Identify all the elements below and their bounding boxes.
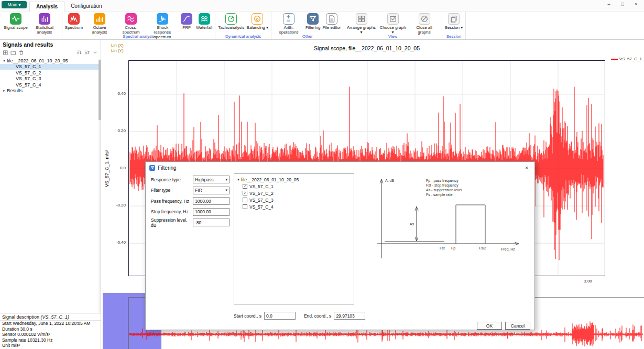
x-scale-mode: Lin (X) bbox=[111, 43, 124, 48]
tree-item-vs-57-c-2[interactable]: VS_57_C_2 bbox=[0, 70, 101, 76]
ok-button[interactable]: OK bbox=[477, 322, 502, 330]
expand-tree-icon[interactable] bbox=[77, 50, 82, 56]
ribbon-button-label: Statistical analysis bbox=[30, 26, 59, 35]
y-axis-tick: 0.20 bbox=[101, 128, 126, 133]
chevron-down-icon[interactable] bbox=[92, 50, 98, 56]
legend-series-label: VS_57_C_1 bbox=[619, 57, 642, 61]
ribbon: Signal scopeStatistical analysisSpectrum… bbox=[0, 12, 644, 40]
suppression-level-db-input[interactable]: -80 bbox=[193, 219, 230, 226]
ribbon-button-file-editor[interactable]: File editor bbox=[322, 13, 341, 31]
start-coord-label: Start coord., s bbox=[234, 313, 261, 319]
app-window: { "ui": {"select_caret": "▾", "dropdown_… bbox=[0, 0, 644, 349]
ribbon-button-signal-scope[interactable]: Signal scope bbox=[3, 13, 28, 31]
ribbon-button-octave-analysis[interactable]: Octave analysis bbox=[84, 13, 115, 36]
frf-icon bbox=[181, 13, 192, 25]
tree-caret-icon[interactable]: ▾ bbox=[2, 59, 7, 63]
response-type-select[interactable]: Highpass▾ bbox=[193, 176, 230, 183]
checkbox-vs-57-c-1[interactable]: ✓ bbox=[243, 184, 247, 189]
ribbon-button-label: Waterfall bbox=[196, 26, 212, 30]
form-row-filter-type: Filter typeFIR▾ bbox=[151, 187, 230, 194]
ribbon-button-tachoanalysis[interactable]: Tachoanalysis bbox=[217, 13, 245, 31]
ribbon-group-label-session: Session bbox=[442, 34, 466, 39]
channel-list-root[interactable]: ▾file__2022_06_01_10_20_05 bbox=[236, 176, 352, 183]
y-scale-mode: Lin (Y) bbox=[111, 48, 124, 53]
channel-item-vs-57-c-4[interactable]: VS_57_C_4 bbox=[236, 203, 352, 210]
tree-item-vs-57-c-3[interactable]: VS_57_C_3 bbox=[0, 76, 101, 82]
end-coord-input[interactable]: 29.97103 bbox=[334, 312, 365, 320]
octave-analysis-icon bbox=[94, 13, 105, 25]
filtering-dialog-icon bbox=[149, 165, 155, 171]
ribbon-button-label: Tachoanalysis bbox=[218, 26, 244, 30]
channel-item-label: VS_57_C_2 bbox=[249, 191, 274, 196]
dialog-titlebar[interactable]: Filtering × bbox=[146, 162, 534, 173]
tree-caret-icon[interactable]: ▸ bbox=[2, 89, 7, 93]
coordinate-range: Start coord., s 0.0 End. coord., s 29.97… bbox=[234, 312, 365, 320]
tree-item-file-2022-06-01-10-20-05[interactable]: ▾file__2022_06_01_10_20_05 bbox=[0, 58, 101, 64]
open-folder-icon[interactable] bbox=[10, 50, 16, 56]
ribbon-button-frf[interactable]: FRF bbox=[179, 13, 194, 31]
statistical-analysis-icon bbox=[39, 13, 50, 25]
diagram-legend-line: Fs - sample rate bbox=[426, 193, 453, 197]
ribbon-button-arith-operations[interactable]: Arith. operations bbox=[274, 13, 304, 36]
tab-configuration[interactable]: Configuration bbox=[64, 2, 108, 12]
checkbox-vs-57-c-4[interactable] bbox=[243, 204, 247, 209]
close-button[interactable]: × bbox=[629, 0, 643, 8]
ribbon-button-balancing[interactable]: Balancing ▾ bbox=[246, 13, 269, 31]
tree-caret-icon[interactable]: ▾ bbox=[236, 178, 241, 182]
ribbon-button-waterfall[interactable]: Waterfall bbox=[195, 13, 213, 31]
add-signal-icon[interactable] bbox=[3, 50, 8, 56]
ribbon-button-arrange-graphs[interactable]: Arrange graphs ▾ bbox=[346, 13, 377, 36]
maximize-button[interactable]: □ bbox=[616, 0, 629, 8]
arith-operations-icon bbox=[283, 13, 294, 25]
ribbon-group-view: Arrange graphs ▾Choose graph ▾Close all … bbox=[344, 12, 442, 39]
signal-description-line: Start Wednesday, June 1, 2022 10:20:05 A… bbox=[0, 321, 101, 326]
form-row-pass-frequency-hz: Pass frequency, Hz3000.00 bbox=[151, 197, 230, 205]
stop-frequency-hz-input[interactable]: 1000.00 bbox=[193, 208, 230, 216]
ribbon-button-statistical-analysis[interactable]: Statistical analysis bbox=[29, 13, 60, 36]
minimize-button[interactable]: – bbox=[602, 0, 616, 8]
filter-type-select[interactable]: FIR▾ bbox=[193, 187, 230, 194]
channel-item-vs-57-c-1[interactable]: ✓VS_57_C_1 bbox=[236, 183, 352, 190]
dialog-close-button[interactable]: × bbox=[519, 162, 534, 173]
tree-item-vs-57-c-1[interactable]: VS_57_C_1 bbox=[0, 64, 101, 70]
signal-description-line: Sensor 0.000102 V/m/s² bbox=[0, 332, 101, 337]
signals-toolbar bbox=[0, 48, 101, 57]
delete-icon[interactable] bbox=[18, 50, 24, 56]
cancel-button[interactable]: Cancel bbox=[505, 322, 530, 330]
signals-tree: ▾file__2022_06_01_10_20_05VS_57_C_1VS_57… bbox=[0, 58, 101, 94]
ribbon-group-main: Signal scopeStatistical analysis bbox=[1, 12, 62, 39]
ribbon-button-spectrum[interactable]: Spectrum bbox=[64, 13, 83, 31]
ribbon-button-label: FRF bbox=[182, 26, 191, 30]
file-editor-icon bbox=[326, 13, 337, 25]
ribbon-group-session: Session ▾Session bbox=[442, 12, 466, 39]
collapse-tree-icon[interactable] bbox=[84, 50, 90, 56]
channel-item-vs-57-c-2[interactable]: ✓VS_57_C_2 bbox=[236, 190, 352, 197]
form-row-suppression-level-db: Suppression level, dB-80 bbox=[151, 219, 230, 226]
tree-item-vs-57-c-4[interactable]: VS_57_C_4 bbox=[0, 82, 101, 88]
ribbon-button-close-all-graphs[interactable]: Close all graphs bbox=[409, 13, 440, 36]
ribbon-button-cross-spectrum[interactable]: Cross-spectrum bbox=[116, 13, 146, 36]
pass-frequency-hz-input[interactable]: 3000.00 bbox=[193, 197, 230, 205]
checkbox-vs-57-c-2[interactable]: ✓ bbox=[243, 191, 247, 195]
channel-item-label: VS_57_C_4 bbox=[249, 204, 274, 210]
ribbon-group-label-dynamical-analysis: Dynamical analysis bbox=[215, 34, 271, 39]
ribbon-button-session[interactable]: Session ▾ bbox=[444, 13, 464, 31]
cross-spectrum-icon bbox=[125, 13, 137, 25]
ribbon-button-filtering[interactable]: Filtering bbox=[305, 13, 321, 31]
tree-scrollbar[interactable] bbox=[99, 59, 101, 313]
filter-response-diagram: A, dB Freq, Hz As Fst Fp Fs/2 Fp - pass … bbox=[366, 174, 531, 266]
checkbox-vs-57-c-3[interactable] bbox=[243, 198, 247, 202]
filter-type-label: Filter type bbox=[151, 188, 193, 193]
tree-item-results[interactable]: ▸Results bbox=[0, 88, 101, 94]
ribbon-button-label: Session ▾ bbox=[445, 26, 463, 30]
tree-scrollbar-thumb[interactable] bbox=[99, 60, 101, 120]
signals-panel: Signals and results ▾file__2022_06_01_10… bbox=[0, 40, 101, 349]
tab-analysis[interactable]: Analysis bbox=[29, 2, 64, 12]
channel-item-vs-57-c-3[interactable]: VS_57_C_3 bbox=[236, 197, 352, 203]
start-coord-input[interactable]: 0.0 bbox=[264, 312, 296, 320]
end-coord-label: End. coord., s bbox=[304, 313, 331, 319]
session-icon bbox=[448, 13, 460, 25]
main-menu-button[interactable]: Main ▾ bbox=[2, 1, 27, 8]
ribbon-button-choose-graph[interactable]: Choose graph ▾ bbox=[378, 13, 408, 36]
form-row-response-type: Response typeHighpass▾ bbox=[151, 176, 230, 183]
